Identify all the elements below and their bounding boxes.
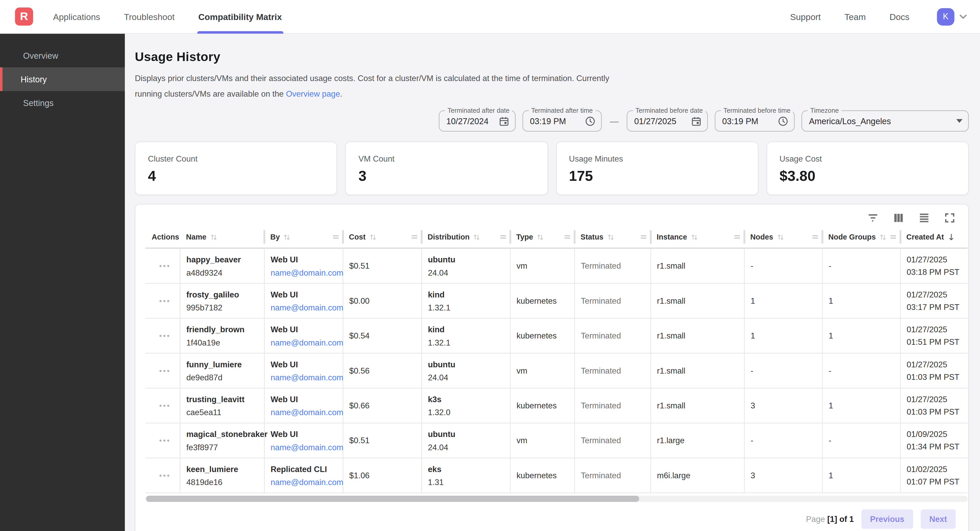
row-actions-button[interactable]: ••• [152,402,170,411]
terminated-before-time-field[interactable]: Terminated before time 03:19 PM [715,111,795,132]
timezone-value: America/Los_Angeles [809,117,891,126]
column-header-node-groups[interactable]: Node Groups [822,227,900,248]
cost-value: $0.54 [349,331,415,341]
terminated-after-date-field[interactable]: Terminated after date 10/27/2024 [439,111,515,132]
created-by-email-link[interactable]: name@domain.com [270,338,336,347]
distribution-name: ubuntu [428,430,503,439]
drag-handle-icon[interactable] [410,233,418,241]
distribution-name: eks [428,464,503,474]
clock-icon[interactable] [579,116,596,127]
node-groups-value: 1 [829,296,894,306]
cell-distribution: kind1.32.1 [422,284,510,319]
nav-tab-troubleshoot[interactable]: Troubleshoot [123,0,176,33]
row-actions-button[interactable]: ••• [152,471,170,480]
drag-handle-icon[interactable] [811,233,819,241]
column-header-by[interactable]: By [264,227,342,248]
calendar-icon[interactable] [493,116,509,127]
nodes-value: 3 [751,471,816,480]
type-value: vm [517,366,568,376]
filter-icon[interactable] [867,212,879,224]
cell-type: kubernetes [510,284,574,319]
previous-page-button[interactable]: Previous [861,510,913,529]
cell-status: Terminated [574,284,651,319]
cell-nodes: 3 [744,388,822,423]
cell-type: vm [510,423,574,458]
row-actions-button[interactable]: ••• [152,332,170,341]
column-header-nodes[interactable]: Nodes [744,227,822,248]
column-header-distribution[interactable]: Distribution [422,227,510,248]
distribution-version: 1.32.1 [428,303,503,312]
column-header-name[interactable]: Name [180,227,264,248]
sidebar-item-settings[interactable]: Settings [0,91,125,114]
cell-by: Web UIname@domain.com [264,248,342,284]
terminated-after-time-field[interactable]: Terminated after time 03:19 PM [522,111,602,132]
row-actions-button[interactable]: ••• [152,437,170,445]
account-menu[interactable]: K [937,8,967,25]
cell-by: Web UIname@domain.com [264,319,342,353]
replicated-logo[interactable]: R [15,8,33,26]
distribution-name: ubuntu [428,255,503,264]
row-actions-button[interactable]: ••• [152,297,170,306]
created-by-email-link[interactable]: name@domain.com [270,268,336,277]
column-header-status[interactable]: Status [574,227,651,248]
created-by-email-link[interactable]: name@domain.com [270,443,336,452]
nav-link-docs[interactable]: Docs [889,11,910,21]
created-by-email-link[interactable]: name@domain.com [270,373,336,382]
drag-handle-icon[interactable] [563,233,571,241]
created-by-email-link[interactable]: name@domain.com [270,477,336,487]
instance-value: r1.small [657,296,738,306]
user-avatar[interactable]: K [937,8,954,25]
density-icon[interactable] [918,212,930,224]
cell-actions: ••• [145,353,180,388]
sidebar-item-overview[interactable]: Overview [0,44,125,67]
terminated-before-date-field[interactable]: Terminated before date 01/27/2025 [627,111,708,132]
row-actions-button[interactable]: ••• [152,367,170,376]
fullscreen-icon[interactable] [944,212,956,224]
drag-handle-icon[interactable] [640,233,648,241]
column-header-created-at[interactable]: Created At [900,227,967,248]
cell-name: funny_lumierede9ed87d [180,353,264,388]
horizontal-scrollbar-thumb[interactable] [146,496,639,502]
status-value: Terminated [581,296,644,306]
show-hide-columns-icon[interactable] [892,212,905,224]
drag-handle-icon[interactable] [889,233,897,241]
created-by-email-link[interactable]: name@domain.com [270,407,336,417]
chevron-down-icon[interactable] [959,12,967,21]
cell-node-groups: 1 [822,458,900,493]
calendar-icon[interactable] [685,116,702,127]
status-value: Terminated [581,366,644,376]
column-header-cost[interactable]: Cost [343,227,422,248]
instance-value: r1.small [657,262,738,271]
distribution-name: ubuntu [428,360,503,369]
clock-icon[interactable] [772,116,788,127]
created-by-email-link[interactable]: name@domain.com [270,303,336,312]
nav-link-support[interactable]: Support [790,11,821,21]
cell-nodes: 1 [744,319,822,353]
overview-page-link[interactable]: Overview page [286,89,340,98]
column-header-instance[interactable]: Instance [651,227,744,248]
nav-link-team[interactable]: Team [845,11,866,21]
drag-handle-icon[interactable] [332,233,340,241]
timezone-select[interactable]: Timezone America/Los_Angeles [802,111,969,132]
drag-handle-icon[interactable] [733,233,741,241]
sidebar-item-history[interactable]: History [0,67,125,91]
cell-name: frosty_galileo995b7182 [180,284,264,319]
terminated-after-time-label: Terminated after time [529,107,595,114]
created-by-source: Web UI [270,430,336,439]
cell-created-at: 01/27/202501:03 PM PST [900,353,967,388]
cell-cost: $0.00 [343,284,422,319]
status-value: Terminated [581,436,644,445]
cell-instance: r1.small [651,388,744,423]
nav-tab-applications[interactable]: Applications [52,0,102,33]
nav-tab-compatibility-matrix[interactable]: Compatibility Matrix [197,0,283,33]
cell-node-groups: - [822,248,900,284]
cluster-id: de9ed87d [186,373,258,382]
cell-instance: r1.large [651,423,744,458]
row-actions-button[interactable]: ••• [152,262,170,271]
cost-value: $0.51 [349,436,415,445]
column-header-type[interactable]: Type [510,227,574,248]
type-value: vm [517,436,568,445]
cost-value: $0.51 [349,262,415,271]
next-page-button[interactable]: Next [921,510,956,529]
drag-handle-icon[interactable] [500,233,507,241]
